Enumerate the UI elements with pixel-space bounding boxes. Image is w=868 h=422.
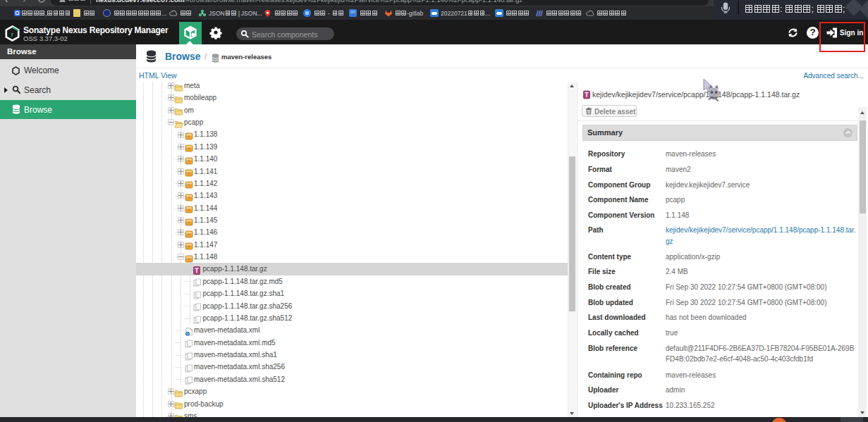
svg-text:r: r	[11, 31, 14, 38]
